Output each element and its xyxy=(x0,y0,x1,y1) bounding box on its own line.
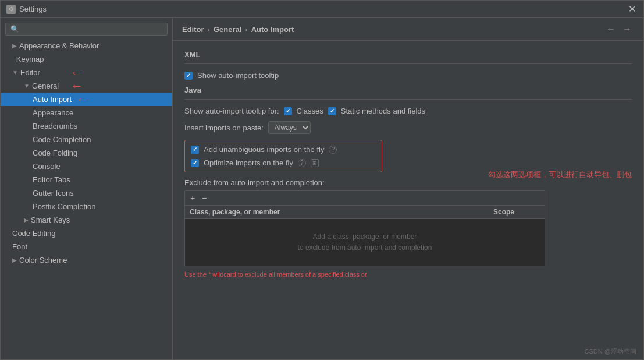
annotation-text: 勾选这两选项框，可以进行自动导包、删包 xyxy=(488,170,632,180)
sidebar: ▶ Appearance & Behavior Keymap ▼ Editor … xyxy=(1,18,173,359)
show-tooltip-row: Show auto-import tooltip for: Classes St… xyxy=(184,107,632,115)
add-unambiguous-label: Add unambiguous imports on the fly xyxy=(204,145,324,154)
sidebar-item-code-completion[interactable]: Code Completion xyxy=(1,133,172,146)
sidebar-item-gutter-icons[interactable]: Gutter Icons xyxy=(1,186,172,200)
add-row-button[interactable]: + xyxy=(188,193,197,203)
table-toolbar: + − xyxy=(185,191,545,206)
titlebar: ⚙ Settings ✕ xyxy=(1,1,643,18)
breadcrumb-bar: Editor › General › Auto Import ← → xyxy=(173,18,643,41)
sidebar-label: Editor Tabs xyxy=(33,175,70,184)
sidebar-item-console[interactable]: Console xyxy=(1,160,172,173)
classes-label: Classes xyxy=(297,107,323,115)
module-icon[interactable]: ⊞ xyxy=(311,159,319,167)
classes-checkbox[interactable] xyxy=(284,107,292,115)
breadcrumb-general: General xyxy=(214,25,241,34)
help-icon-2[interactable]: ? xyxy=(298,159,306,167)
add-unambiguous-row: Add unambiguous imports on the fly ? xyxy=(191,145,376,154)
xml-divider xyxy=(184,63,632,64)
breadcrumb: Editor › General › Auto Import xyxy=(182,25,294,34)
sidebar-item-code-editing[interactable]: Code Editing xyxy=(1,227,172,240)
add-unambiguous-checkbox[interactable] xyxy=(191,146,199,154)
xml-section-header: XML xyxy=(184,50,632,59)
insert-imports-row: Insert imports on paste: Always Ask Neve… xyxy=(184,121,632,134)
sidebar-item-font[interactable]: Font xyxy=(1,240,172,253)
close-button[interactable]: ✕ xyxy=(626,3,638,15)
sidebar-label: Color Scheme xyxy=(19,256,67,264)
empty-line2: to exclude from auto-import and completi… xyxy=(298,242,432,253)
sidebar-item-smart-keys[interactable]: ▶ Smart Keys xyxy=(1,213,172,227)
search-input[interactable] xyxy=(5,23,168,36)
exclude-section: Exclude from auto-import and completion:… xyxy=(184,178,632,278)
show-tooltip-label: Show auto-import tooltip for: xyxy=(184,107,279,115)
arrow-icon: ▶ xyxy=(12,257,17,263)
content-body: XML Show auto-import tooltip Java Show a… xyxy=(173,41,643,359)
xml-show-tooltip-checkbox[interactable] xyxy=(184,72,193,80)
empty-line1: Add a class, package, or member xyxy=(298,231,432,242)
settings-window: ⚙ Settings ✕ ▶ Appearance & Behavior Key… xyxy=(0,0,644,360)
sidebar-item-color-scheme[interactable]: ▶ Color Scheme xyxy=(1,253,172,267)
table-empty-message: Add a class, package, or member to exclu… xyxy=(298,231,432,253)
sidebar-label: Code Completion xyxy=(33,135,91,144)
java-section-header: Java xyxy=(184,86,632,94)
static-methods-checkbox[interactable] xyxy=(328,107,336,115)
insert-imports-select[interactable]: Always Ask Never xyxy=(268,121,311,134)
optimize-imports-label: Optimize imports on the fly xyxy=(204,158,293,167)
sidebar-item-editor[interactable]: ▼ Editor ← xyxy=(1,66,172,79)
table-header: Class, package, or member Scope xyxy=(185,206,545,219)
xml-setting-row: Show auto-import tooltip xyxy=(184,71,632,80)
breadcrumb-sep1: › xyxy=(208,25,210,34)
sidebar-item-postfix-completion[interactable]: Postfix Completion xyxy=(1,200,172,213)
help-icon-1[interactable]: ? xyxy=(329,146,337,154)
bottom-note: Use the * wildcard to exclude all member… xyxy=(184,271,632,278)
sidebar-item-keymap[interactable]: Keymap xyxy=(1,52,172,66)
sidebar-item-general[interactable]: ▼ General ← xyxy=(1,79,172,93)
search-box xyxy=(1,18,172,39)
arrow-icon xyxy=(12,56,14,62)
sidebar-label: Breadcrumbs xyxy=(33,122,77,130)
window-title: Settings xyxy=(19,5,47,13)
col-header-scope: Scope xyxy=(493,208,540,216)
breadcrumb-auto-import: Auto Import xyxy=(251,25,294,34)
sidebar-label: Smart Keys xyxy=(31,216,70,224)
arrow-icon: ▶ xyxy=(12,43,17,49)
exclude-table: + − Class, package, or member Scope Add xyxy=(184,190,545,266)
optimize-imports-checkbox[interactable] xyxy=(191,159,199,167)
sidebar-label: Code Folding xyxy=(33,149,77,157)
sidebar-label: Appearance xyxy=(33,108,73,117)
red-arrow-auto-import: ← xyxy=(76,92,89,107)
nav-forward-button[interactable]: → xyxy=(620,23,634,36)
sidebar-label: Code Editing xyxy=(12,229,55,238)
auto-import-boxed: Add unambiguous imports on the fly ? Opt… xyxy=(184,140,382,172)
insert-imports-label: Insert imports on paste: xyxy=(184,123,264,132)
sidebar-item-appearance[interactable]: Appearance xyxy=(1,106,172,119)
settings-icon: ⚙ xyxy=(6,5,16,14)
remove-row-button[interactable]: − xyxy=(200,193,208,203)
table-body: Add a class, package, or member to exclu… xyxy=(185,219,545,266)
sidebar-label: Console xyxy=(33,162,61,171)
static-methods-label: Static methods and fields xyxy=(341,107,425,115)
titlebar-left: ⚙ Settings xyxy=(6,5,47,14)
sidebar-label: Editor xyxy=(20,68,40,77)
content-wrapper: Editor › General › Auto Import ← → XML xyxy=(173,18,643,359)
watermark: CSDN @浮动空间 xyxy=(585,347,636,356)
nav-back-button[interactable]: ← xyxy=(604,23,618,36)
main-area: ▶ Appearance & Behavior Keymap ▼ Editor … xyxy=(1,18,643,359)
sidebar-label: Keymap xyxy=(16,55,44,63)
breadcrumb-sep2: › xyxy=(245,25,247,34)
sidebar-item-code-folding[interactable]: Code Folding xyxy=(1,146,172,160)
sidebar-label: Auto Import xyxy=(33,95,72,104)
sidebar-label: General xyxy=(32,82,59,90)
col-header-main: Class, package, or member xyxy=(190,208,493,216)
sidebar-item-appearance-behavior[interactable]: ▶ Appearance & Behavior xyxy=(1,39,172,52)
sidebar-item-auto-import[interactable]: Auto Import ← xyxy=(1,93,172,106)
breadcrumb-editor: Editor xyxy=(182,25,204,34)
nav-buttons: ← → xyxy=(604,23,634,36)
xml-show-tooltip-label: Show auto-import tooltip xyxy=(197,71,279,80)
sidebar-label: Postfix Completion xyxy=(33,202,95,211)
optimize-imports-row: Optimize imports on the fly ? ⊞ xyxy=(191,158,376,167)
sidebar-item-breadcrumbs[interactable]: Breadcrumbs xyxy=(1,119,172,133)
arrow-icon: ▶ xyxy=(24,217,29,223)
sidebar-item-editor-tabs[interactable]: Editor Tabs xyxy=(1,173,172,186)
java-divider xyxy=(184,99,632,100)
arrow-icon: ▼ xyxy=(12,69,18,76)
